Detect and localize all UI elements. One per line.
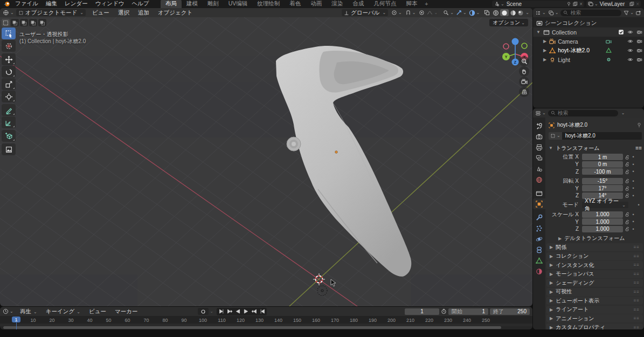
object-origin-dot[interactable] [335, 151, 337, 153]
object-id-icon[interactable]: ⌄ [549, 132, 562, 140]
timeline-scrollbar[interactable] [3, 326, 501, 329]
scene-collection-label[interactable]: シーンコレクション [545, 19, 644, 27]
properties-tab-scene[interactable] [533, 163, 545, 174]
properties-tab-particles[interactable] [533, 223, 545, 233]
properties-tab-render[interactable] [533, 131, 545, 142]
editor-type-button[interactable]: ⌄ [3, 308, 13, 314]
animate-dot[interactable]: • [631, 193, 636, 198]
object-name-field[interactable]: hoyt-冰糖2.0 [562, 132, 642, 140]
toggle-perspective-button[interactable] [519, 87, 529, 97]
tool-cursor[interactable] [2, 40, 16, 52]
properties-tab-tool[interactable] [533, 120, 545, 131]
panel-ラインアート[interactable]: ▶ラインアート≡≡ [546, 306, 643, 314]
menu-編集[interactable]: 編集 [42, 0, 61, 8]
tool-measure[interactable] [2, 116, 16, 128]
panel-コレクション[interactable]: ▶コレクション≡≡ [546, 252, 643, 260]
cam-icon[interactable] [636, 47, 642, 53]
properties-tab-object-data[interactable] [533, 255, 545, 266]
workspace-tab[interactable]: 渲染 [327, 0, 348, 8]
panel-モーションパス[interactable]: ▶モーションパス≡≡ [546, 270, 643, 278]
show-gizmo-toggle[interactable]: ⌄ [456, 10, 467, 16]
auto-keying-toggle[interactable] [198, 308, 209, 315]
object-name[interactable]: Camera [558, 38, 606, 45]
properties-tab-physics[interactable] [533, 233, 545, 244]
tool-annotate[interactable] [2, 104, 16, 116]
mode-selector[interactable]: オブジェクトモード⌄ [16, 9, 86, 16]
workspace-tab[interactable]: 动画 [306, 0, 327, 8]
editor-type-button[interactable]: ⌄ [535, 10, 546, 16]
outliner-row[interactable]: ▶hoyt-冰糖2.0 [533, 46, 644, 55]
timeline-menu-キーイング[interactable]: キーイング ⌄ [41, 308, 85, 315]
eye-icon[interactable] [627, 29, 633, 35]
lock-icon[interactable] [623, 212, 631, 217]
workspace-tab[interactable]: UV编辑 [224, 0, 253, 8]
jump-start-button[interactable] [218, 308, 225, 315]
current-frame-field[interactable]: 1 [405, 308, 439, 315]
value-field[interactable]: -15° [582, 178, 623, 184]
blender-logo-icon[interactable] [3, 1, 10, 7]
play-back-button[interactable] [234, 308, 241, 315]
eye-icon[interactable] [627, 47, 633, 53]
animate-dot[interactable]: • [631, 212, 636, 217]
animate-dot[interactable]: • [631, 162, 636, 167]
tool-rotate[interactable] [2, 66, 16, 78]
animate-dot[interactable]: • [631, 226, 636, 232]
shading-wireframe-button[interactable] [493, 10, 499, 16]
tool-scale[interactable] [2, 78, 16, 90]
editor-type-button[interactable]: ⌄ [535, 111, 546, 116]
value-field[interactable]: 1 m [582, 154, 623, 160]
properties-tab-object[interactable] [533, 198, 545, 209]
workspace-tab[interactable]: 布局 [161, 0, 182, 8]
add-workspace-button[interactable]: + [422, 0, 431, 8]
panel-シェーディング[interactable]: ▶シェーディング≡≡ [546, 279, 643, 287]
object-name[interactable]: hoyt-冰糖2.0 [558, 47, 606, 54]
proportional-edit-button[interactable] [419, 10, 425, 16]
animate-dot[interactable]: • [631, 219, 636, 224]
viewport-3d[interactable]: ⌄ オブジェクトモード⌄ ビュー選択追加オブジェクト グローバル⌄ ⌄ ⌄ ⌄ … [0, 8, 532, 306]
gizmo-minus-x[interactable] [503, 44, 509, 49]
tool-image[interactable] [2, 143, 16, 155]
outliner-row[interactable]: ▶Light [533, 55, 644, 64]
pan-hand-button[interactable] [519, 66, 529, 77]
new-collection-button[interactable] [635, 10, 641, 16]
playhead[interactable]: 1 [12, 317, 20, 322]
menu-レンダー[interactable]: レンダー [61, 0, 92, 8]
panel-アニメーション[interactable]: ▶アニメーション≡≡ [546, 314, 643, 322]
select-tool-variant[interactable] [11, 19, 19, 26]
animate-dot[interactable]: • [631, 169, 636, 174]
breadcrumb-object[interactable]: hoyt-冰糖2.0 [557, 121, 587, 129]
lock-icon[interactable] [623, 193, 631, 198]
value-field[interactable]: -100 m [582, 168, 623, 175]
select-tool-variant[interactable] [29, 19, 37, 26]
view-layer-name[interactable]: ViewLayer [598, 1, 629, 7]
use-preview-range-toggle[interactable] [441, 308, 447, 314]
select-tool-variant[interactable] [20, 19, 28, 26]
zoom-button[interactable] [519, 56, 529, 66]
unlink-icon[interactable]: × [579, 1, 583, 7]
gizmo-plus-z-top[interactable] [512, 38, 519, 45]
playhead-line[interactable] [16, 322, 17, 329]
value-field[interactable]: 1.000 [582, 211, 623, 218]
tool-select-box[interactable] [2, 27, 16, 39]
properties-tab-material[interactable] [533, 266, 545, 277]
panel-可視性[interactable]: ▶可視性≡≡ [546, 288, 643, 296]
frame-start-field[interactable]: 開始1 [448, 308, 488, 315]
frame-end-field[interactable]: 終了250 [490, 308, 530, 315]
snap-magnet-button[interactable] [405, 10, 411, 16]
display-mode-button[interactable]: ⌄ [548, 10, 559, 16]
workspace-tab[interactable]: 合成 [348, 0, 369, 8]
animate-dot[interactable]: • [631, 178, 636, 184]
cam-icon[interactable] [636, 38, 642, 44]
outliner-row[interactable]: シーンコレクション [533, 18, 644, 27]
pin-icon[interactable] [566, 2, 571, 6]
value-field[interactable]: 1.000 [582, 226, 623, 232]
viewport-canvas[interactable] [0, 8, 532, 306]
next-key-button[interactable] [250, 308, 258, 315]
timeline-menu-再生[interactable]: 再生 ⌄ [16, 308, 41, 315]
lock-icon[interactable] [623, 219, 631, 224]
light-object-glyph[interactable] [317, 286, 327, 295]
properties-tab-world[interactable] [533, 174, 545, 185]
animate-dot[interactable]: • [631, 185, 636, 191]
properties-tab-view-layer[interactable] [533, 153, 545, 163]
gizmo-minus-y[interactable] [522, 43, 527, 49]
